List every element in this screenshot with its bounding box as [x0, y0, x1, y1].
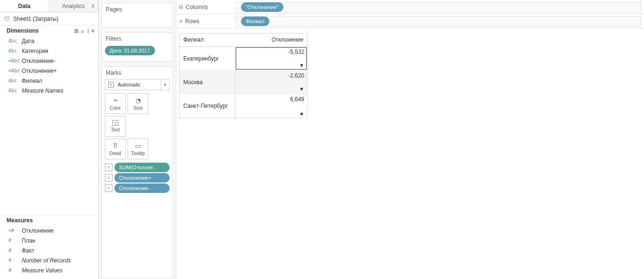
- marks-tooltip-label: Tooltip: [131, 151, 145, 156]
- columns-pill[interactable]: "Отклонение": [241, 2, 283, 12]
- filters-title: Filters: [102, 33, 172, 45]
- marks-text-label: Text: [111, 127, 120, 132]
- type-num-icon: #: [9, 238, 18, 243]
- dimensions-list: AbcДата AbcКатегория =AbcОтклонение- =Ab…: [0, 36, 98, 99]
- marks-type-select[interactable]: TAutomatic ▾: [105, 79, 170, 90]
- field-meas-4[interactable]: #Measure Values: [0, 265, 98, 275]
- rows-drop[interactable]: Филиал: [236, 16, 641, 26]
- field-label: Отклонение: [22, 227, 53, 234]
- field-meas-1[interactable]: #План: [0, 235, 98, 245]
- viz-cell-selected: -5,532 ▼: [236, 48, 306, 69]
- marks-card: Marks TAutomatic ▾ •••Color ◔Size TText …: [102, 66, 173, 279]
- columns-shelf[interactable]: iiiColumns "Отклонение": [176, 0, 644, 14]
- columns-shelf-label: iiiColumns: [179, 4, 231, 10]
- viz-value: 6,649: [290, 96, 304, 103]
- dimensions-header-icons: ⊞ ⌕ | ▾: [74, 28, 94, 34]
- field-dim-4[interactable]: AbcФилиал: [0, 76, 98, 86]
- mark-pill-minus[interactable]: Отклонение-: [114, 183, 170, 193]
- field-label: Measure Values: [22, 267, 62, 274]
- marks-tooltip-button[interactable]: ▭Tooltip: [128, 139, 148, 159]
- marks-size-button[interactable]: ◔Size: [128, 93, 148, 114]
- viz-row-label: Санкт-Петербург: [180, 94, 235, 118]
- filters-card[interactable]: Filters Дата: 01.08.2017: [102, 32, 173, 61]
- field-meas-2[interactable]: #Факт: [0, 245, 98, 255]
- rows-shelf[interactable]: ≡Rows Филиал: [176, 14, 644, 28]
- grid-icon[interactable]: ⊞: [74, 28, 78, 34]
- marks-pills: T SUM(Отклоне.. T Отклонение+ T Отклонен…: [102, 161, 172, 194]
- marks-text-button[interactable]: TText: [105, 116, 126, 137]
- field-dim-5[interactable]: AbcMeasure Names: [0, 86, 98, 96]
- measures-header: Measures: [0, 215, 98, 226]
- viz-row-label: Екатеринбург: [180, 47, 235, 70]
- type-calc-abc-icon: =Abc: [9, 68, 18, 73]
- field-dim-0[interactable]: AbcДата: [0, 36, 98, 46]
- viz-area: Филиал Отклонение Екатеринбург -5,532 ▼ …: [176, 28, 644, 279]
- field-dim-1[interactable]: AbcКатегория: [0, 46, 98, 56]
- field-label: План: [22, 237, 35, 244]
- text-mark-icon[interactable]: T: [105, 184, 112, 192]
- updown-icon: ⇵: [91, 4, 95, 9]
- type-abc-icon: Abc: [9, 78, 18, 83]
- field-meas-3[interactable]: #Number of Records: [0, 255, 98, 265]
- cards-column: Pages Filters Дата: 01.08.2017 Marks TAu…: [99, 0, 176, 279]
- type-num-icon: #: [9, 248, 18, 253]
- field-label: Дата: [22, 38, 34, 44]
- columns-icon: iii: [179, 4, 183, 10]
- text-mark-icon: T: [108, 82, 114, 87]
- viz-header-col1[interactable]: Филиал: [180, 34, 235, 46]
- marks-detail-button[interactable]: ⠿Detail: [105, 139, 126, 159]
- marks-buttons-row1: •••Color ◔Size TText: [105, 93, 170, 137]
- rows-shelf-label: ≡Rows: [179, 18, 231, 25]
- chevron-down-icon[interactable]: ▾: [161, 79, 169, 90]
- marks-detail-label: Detail: [109, 151, 121, 156]
- type-num-icon: #: [9, 258, 18, 263]
- filter-pill-date[interactable]: Дата: 01.08.2017: [105, 46, 155, 55]
- viz-row-0[interactable]: Екатеринбург -5,532 ▼: [180, 47, 307, 70]
- data-pane: Data Analytics ⇵ Sheet1 (Затраты) Dimens…: [0, 0, 99, 279]
- marks-title: Marks: [102, 67, 172, 79]
- divider-icon: |: [87, 28, 89, 34]
- field-label: Number of Records: [22, 257, 71, 264]
- tab-analytics[interactable]: Analytics ⇵: [49, 0, 98, 12]
- type-abc-icon: Abc: [9, 48, 18, 53]
- mark-pill-plus[interactable]: Отклонение+: [114, 173, 170, 183]
- field-label: Measure Names: [22, 87, 63, 94]
- viz-row-label: Москва: [180, 70, 235, 94]
- svg-point-0: [5, 16, 9, 18]
- field-dim-2[interactable]: =AbcОтклонение-: [0, 56, 98, 66]
- text-icon: T: [112, 120, 118, 126]
- field-dim-3[interactable]: =AbcОтклонение+: [0, 66, 98, 76]
- mark-pill-1-row: T Отклонение+: [102, 173, 172, 183]
- mark-pill-2-row: T Отклонение-: [102, 183, 172, 193]
- field-label: Филиал: [22, 78, 42, 84]
- sidebar-tabs: Data Analytics ⇵: [0, 0, 98, 12]
- tab-data[interactable]: Data: [0, 0, 49, 12]
- pages-card[interactable]: Pages: [102, 3, 173, 27]
- dimensions-label: Dimensions: [7, 27, 39, 34]
- color-icon: •••: [113, 97, 117, 104]
- size-icon: ◔: [136, 97, 141, 104]
- columns-drop[interactable]: "Отклонение": [236, 2, 641, 12]
- text-mark-icon[interactable]: T: [105, 174, 112, 182]
- viz-header: Филиал Отклонение: [180, 34, 307, 47]
- datasource-icon: [4, 16, 10, 22]
- dimensions-header: Dimensions ⊞ ⌕ | ▾: [0, 26, 98, 36]
- down-triangle-icon: ▼: [299, 63, 304, 68]
- dropdown-icon[interactable]: ▾: [92, 28, 94, 34]
- viz-row-2[interactable]: Санкт-Петербург 6,649 ▲: [180, 94, 307, 118]
- text-mark-icon[interactable]: T: [105, 164, 112, 171]
- datasource-name: Sheet1 (Затраты): [13, 16, 59, 22]
- search-icon[interactable]: ⌕: [81, 28, 85, 34]
- rows-pill[interactable]: Филиал: [241, 17, 269, 26]
- viz-header-col2[interactable]: Отклонение: [235, 34, 307, 46]
- viz-table: Филиал Отклонение Екатеринбург -5,532 ▼ …: [179, 33, 308, 118]
- marks-color-button[interactable]: •••Color: [105, 93, 126, 114]
- mark-pill-sum[interactable]: SUM(Отклоне..: [114, 163, 170, 172]
- columns-text: Columns: [186, 4, 208, 10]
- datasource-row[interactable]: Sheet1 (Затраты): [0, 12, 98, 26]
- viz-value: -2,620: [288, 72, 304, 79]
- viz-value: -5,532: [288, 49, 304, 55]
- viz-row-1[interactable]: Москва -2,620 ▼: [180, 70, 307, 94]
- field-meas-0[interactable]: =#Отклонение: [0, 226, 98, 235]
- main-area: iiiColumns "Отклонение" ≡Rows Филиал Фил…: [176, 0, 644, 279]
